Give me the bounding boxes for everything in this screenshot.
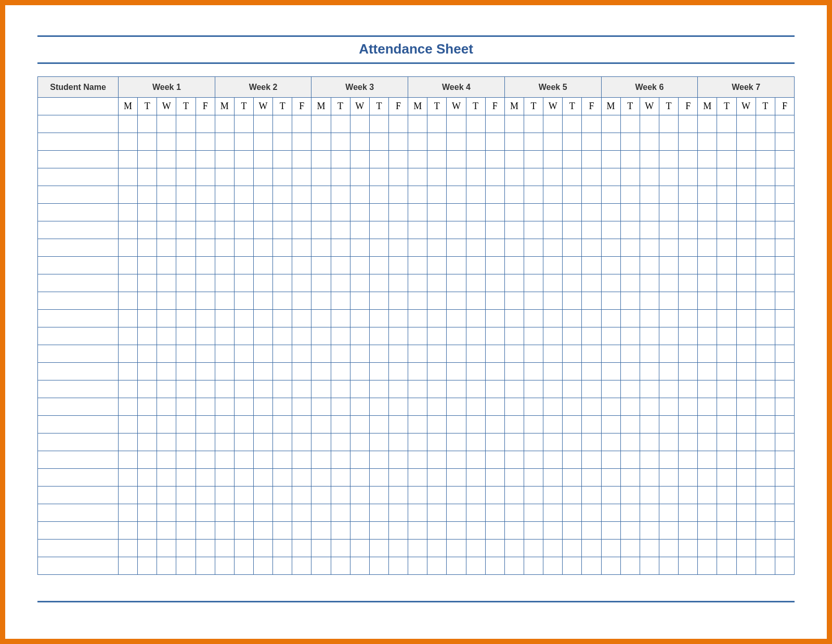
- attendance-cell[interactable]: [698, 151, 717, 168]
- attendance-cell[interactable]: [331, 416, 350, 433]
- attendance-cell[interactable]: [679, 451, 698, 469]
- attendance-cell[interactable]: [157, 168, 176, 186]
- attendance-cell[interactable]: [582, 274, 601, 292]
- attendance-cell[interactable]: [138, 168, 157, 186]
- attendance-cell[interactable]: [620, 522, 640, 540]
- attendance-cell[interactable]: [350, 151, 369, 168]
- attendance-cell[interactable]: [717, 221, 736, 239]
- attendance-cell[interactable]: [679, 204, 698, 221]
- attendance-cell[interactable]: [582, 451, 601, 469]
- attendance-cell[interactable]: [292, 151, 311, 168]
- attendance-cell[interactable]: [679, 416, 698, 433]
- attendance-cell[interactable]: [504, 363, 524, 380]
- attendance-cell[interactable]: [775, 540, 794, 557]
- student-name-cell[interactable]: [38, 257, 119, 274]
- attendance-cell[interactable]: [620, 274, 640, 292]
- attendance-cell[interactable]: [119, 504, 138, 522]
- attendance-cell[interactable]: [466, 487, 485, 504]
- attendance-cell[interactable]: [543, 115, 563, 133]
- attendance-cell[interactable]: [466, 469, 485, 487]
- attendance-cell[interactable]: [215, 363, 234, 380]
- attendance-cell[interactable]: [485, 292, 504, 310]
- attendance-cell[interactable]: [640, 469, 659, 487]
- attendance-cell[interactable]: [563, 398, 582, 416]
- attendance-cell[interactable]: [292, 416, 311, 433]
- attendance-cell[interactable]: [466, 151, 485, 168]
- attendance-cell[interactable]: [215, 292, 234, 310]
- attendance-cell[interactable]: [736, 451, 756, 469]
- attendance-cell[interactable]: [292, 274, 311, 292]
- attendance-cell[interactable]: [388, 115, 408, 133]
- attendance-cell[interactable]: [253, 292, 272, 310]
- student-name-cell[interactable]: [38, 115, 119, 133]
- attendance-cell[interactable]: [736, 433, 756, 451]
- attendance-cell[interactable]: [234, 151, 253, 168]
- attendance-cell[interactable]: [601, 363, 620, 380]
- attendance-cell[interactable]: [176, 186, 196, 204]
- attendance-cell[interactable]: [215, 168, 234, 186]
- attendance-cell[interactable]: [504, 416, 524, 433]
- attendance-cell[interactable]: [408, 398, 427, 416]
- attendance-cell[interactable]: [524, 221, 543, 239]
- attendance-cell[interactable]: [524, 239, 543, 257]
- attendance-cell[interactable]: [524, 504, 543, 522]
- attendance-cell[interactable]: [485, 168, 504, 186]
- attendance-cell[interactable]: [466, 363, 485, 380]
- attendance-cell[interactable]: [138, 540, 157, 557]
- attendance-cell[interactable]: [138, 115, 157, 133]
- attendance-cell[interactable]: [292, 363, 311, 380]
- attendance-cell[interactable]: [543, 221, 563, 239]
- attendance-cell[interactable]: [138, 186, 157, 204]
- attendance-cell[interactable]: [215, 540, 234, 557]
- attendance-cell[interactable]: [427, 186, 447, 204]
- attendance-cell[interactable]: [447, 557, 466, 575]
- attendance-cell[interactable]: [466, 168, 485, 186]
- attendance-cell[interactable]: [620, 292, 640, 310]
- attendance-cell[interactable]: [388, 487, 408, 504]
- attendance-cell[interactable]: [659, 363, 678, 380]
- attendance-cell[interactable]: [679, 363, 698, 380]
- attendance-cell[interactable]: [273, 204, 292, 221]
- student-name-cell[interactable]: [38, 557, 119, 575]
- attendance-cell[interactable]: [466, 186, 485, 204]
- attendance-cell[interactable]: [620, 151, 640, 168]
- attendance-cell[interactable]: [427, 327, 447, 345]
- attendance-cell[interactable]: [292, 504, 311, 522]
- attendance-cell[interactable]: [176, 345, 196, 363]
- attendance-cell[interactable]: [659, 345, 678, 363]
- attendance-cell[interactable]: [601, 557, 620, 575]
- attendance-cell[interactable]: [273, 151, 292, 168]
- attendance-cell[interactable]: [273, 345, 292, 363]
- attendance-cell[interactable]: [775, 133, 794, 151]
- attendance-cell[interactable]: [408, 469, 427, 487]
- attendance-cell[interactable]: [234, 487, 253, 504]
- attendance-cell[interactable]: [427, 433, 447, 451]
- attendance-cell[interactable]: [292, 451, 311, 469]
- attendance-cell[interactable]: [447, 380, 466, 398]
- attendance-cell[interactable]: [736, 186, 756, 204]
- attendance-cell[interactable]: [388, 398, 408, 416]
- attendance-cell[interactable]: [369, 487, 388, 504]
- attendance-cell[interactable]: [253, 487, 272, 504]
- attendance-cell[interactable]: [253, 221, 272, 239]
- attendance-cell[interactable]: [756, 239, 775, 257]
- attendance-cell[interactable]: [215, 451, 234, 469]
- attendance-cell[interactable]: [331, 345, 350, 363]
- attendance-cell[interactable]: [679, 398, 698, 416]
- attendance-cell[interactable]: [563, 540, 582, 557]
- attendance-cell[interactable]: [234, 257, 253, 274]
- attendance-cell[interactable]: [563, 133, 582, 151]
- attendance-cell[interactable]: [292, 133, 311, 151]
- attendance-cell[interactable]: [756, 327, 775, 345]
- attendance-cell[interactable]: [620, 504, 640, 522]
- attendance-cell[interactable]: [601, 239, 620, 257]
- attendance-cell[interactable]: [388, 557, 408, 575]
- attendance-cell[interactable]: [157, 115, 176, 133]
- attendance-cell[interactable]: [601, 416, 620, 433]
- attendance-cell[interactable]: [273, 451, 292, 469]
- attendance-cell[interactable]: [331, 451, 350, 469]
- attendance-cell[interactable]: [601, 257, 620, 274]
- attendance-cell[interactable]: [447, 221, 466, 239]
- attendance-cell[interactable]: [273, 540, 292, 557]
- attendance-cell[interactable]: [620, 416, 640, 433]
